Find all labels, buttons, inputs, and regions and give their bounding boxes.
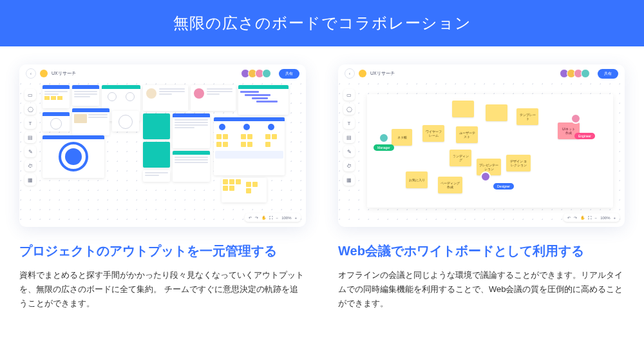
feature-title-left: プロジェクトのアウトプットを一元管理する	[19, 241, 306, 260]
board-emoji	[40, 70, 48, 77]
zoom-controls[interactable]: ↶ ↷ ✋ ⛶ − 100% +	[564, 213, 620, 222]
doc-thumb[interactable]	[143, 113, 170, 139]
zoom-in-icon[interactable]: +	[613, 216, 616, 220]
pen-tool-icon[interactable]: ✎	[343, 146, 355, 157]
sticky-note[interactable]: ランディング	[450, 150, 471, 166]
undo-icon[interactable]: ↶	[567, 215, 571, 220]
hand-icon[interactable]: ✋	[261, 215, 266, 220]
role-tag-engineer: Engineer	[574, 133, 595, 139]
circle-diagram[interactable]	[43, 135, 104, 178]
hero-title: 無限の広さのボードでコラボレーション	[173, 13, 471, 34]
feature-card-left: ‹ UXリサーチ 共有 ▭ ◯ T ▤ ✎ ⏱	[19, 64, 306, 311]
sticky-note[interactable]: ワイヤーフレーム	[422, 125, 444, 142]
user-cursor-avatar	[379, 133, 389, 143]
zoom-out-icon[interactable]: −	[276, 216, 279, 220]
sticky-tool-icon[interactable]: ▤	[343, 132, 355, 143]
sticky-note[interactable]: テンプレート	[516, 108, 538, 125]
back-icon[interactable]: ‹	[26, 68, 36, 79]
doc-thumb[interactable]	[72, 85, 99, 106]
feature-desc-right: オフラインの会議と同じような環境で議論することができます。リアルタイムでの同時編…	[338, 268, 625, 311]
doc-thumb[interactable]	[173, 113, 210, 148]
redo-icon[interactable]: ↷	[255, 215, 258, 220]
doc-thumb[interactable]	[72, 108, 109, 135]
mock-header: ‹ UXリサーチ 共有	[338, 64, 625, 83]
undo-icon[interactable]: ↶	[249, 215, 252, 220]
zoom-out-icon[interactable]: −	[595, 216, 598, 220]
avatar[interactable]	[581, 69, 590, 78]
avatar-stack	[244, 69, 271, 78]
hand-icon[interactable]: ✋	[580, 215, 585, 220]
sticky-note[interactable]: ユーザーテスト	[456, 126, 478, 143]
feature-cards: ‹ UXリサーチ 共有 ▭ ◯ T ▤ ✎ ⏱	[0, 46, 644, 311]
role-tag-manager: Manager	[374, 144, 394, 151]
sticky-note[interactable]: ペーディング作成	[438, 177, 462, 193]
app-mockup-right: ‹ UXリサーチ 共有 ▭ ◯ T ▤ ✎ ⏱	[338, 64, 625, 227]
grid-tool-icon[interactable]: ▦	[24, 174, 36, 186]
share-button[interactable]: 共有	[279, 69, 299, 79]
feature-card-right: ‹ UXリサーチ 共有 ▭ ◯ T ▤ ✎ ⏱	[338, 64, 625, 311]
whiteboard[interactable]: ネタ帳 ワイヤーフレーム ユーザーテスト テンプレート UIキット 作成 ランデ…	[367, 94, 613, 208]
doc-thumb[interactable]	[191, 85, 236, 111]
gantt-thumb[interactable]	[238, 85, 289, 115]
zoom-controls[interactable]: ↶ ↷ ✋ ⛶ − 100% +	[245, 213, 301, 222]
diagram-thumb[interactable]	[214, 117, 285, 175]
user-cursor-avatar	[480, 171, 491, 182]
doc-thumb[interactable]	[112, 111, 139, 132]
sticky-note[interactable]: ネタ帳	[392, 129, 412, 146]
hero-banner: 無限の広さのボードでコラボレーション	[0, 0, 644, 46]
toolbar: ▭ ◯ T ▤ ✎ ⏱ ▦	[343, 89, 355, 186]
board-content	[41, 85, 301, 210]
doc-thumb[interactable]	[43, 85, 70, 108]
avatar[interactable]	[262, 69, 271, 78]
timer-tool-icon[interactable]: ⏱	[343, 160, 355, 171]
fit-icon[interactable]: ⛶	[269, 216, 273, 220]
zoom-in-icon[interactable]: +	[294, 216, 297, 220]
board-title: UXリサーチ	[370, 70, 395, 77]
role-tag-designer: Designer	[493, 183, 514, 190]
mock-header: ‹ UXリサーチ 共有	[19, 64, 306, 83]
feature-desc-left: 資料でまとめると探す手間がかかったり段々見なくなっていくアウトプットを、無限の広…	[19, 268, 306, 311]
back-icon[interactable]: ‹	[345, 68, 355, 79]
doc-thumb[interactable]	[173, 151, 210, 182]
sticky-note[interactable]: デザイン コレクション	[506, 155, 531, 171]
redo-icon[interactable]: ↷	[574, 215, 577, 220]
board-emoji	[359, 70, 366, 77]
cursor-tool-icon[interactable]: ▭	[343, 89, 355, 101]
text-tool-icon[interactable]: T	[343, 117, 355, 129]
cursor-tool-icon[interactable]: ▭	[24, 89, 36, 101]
share-button[interactable]: 共有	[598, 69, 618, 79]
doc-thumb[interactable]	[43, 112, 70, 132]
pen-tool-icon[interactable]: ✎	[24, 146, 36, 157]
avatar-stack	[563, 69, 590, 78]
board-title: UXリサーチ	[52, 70, 76, 77]
doc-thumb[interactable]	[143, 142, 170, 168]
grid-tool-icon[interactable]: ▦	[343, 174, 355, 186]
timer-tool-icon[interactable]: ⏱	[24, 160, 36, 171]
sticky-tool-icon[interactable]: ▤	[24, 132, 36, 143]
zoom-level: 100%	[600, 216, 610, 220]
doc-thumb[interactable]	[143, 170, 170, 182]
toolbar: ▭ ◯ T ▤ ✎ ⏱ ▦	[24, 89, 36, 186]
sticky-note[interactable]: お気に入り	[406, 171, 428, 188]
shape-tool-icon[interactable]: ◯	[343, 103, 355, 115]
fit-icon[interactable]: ⛶	[588, 216, 592, 220]
app-mockup-left: ‹ UXリサーチ 共有 ▭ ◯ T ▤ ✎ ⏱	[19, 64, 306, 227]
zoom-level: 100%	[281, 216, 291, 220]
canvas[interactable]: ▭ ◯ T ▤ ✎ ⏱ ▦ ネタ帳 ワイヤーフレーム ユーザーテスト テンプレー…	[338, 83, 625, 227]
doc-thumb[interactable]	[143, 85, 188, 111]
text-tool-icon[interactable]: T	[24, 117, 36, 129]
sticky-note[interactable]	[452, 101, 474, 117]
canvas[interactable]: ▭ ◯ T ▤ ✎ ⏱ ▦	[19, 83, 306, 227]
sticky-cluster[interactable]	[222, 178, 267, 202]
sticky-note[interactable]	[486, 104, 507, 121]
feature-title-right: Web会議でホワイトボードとして利用する	[338, 241, 625, 260]
shape-tool-icon[interactable]: ◯	[24, 103, 36, 115]
user-cursor-avatar	[571, 113, 581, 124]
